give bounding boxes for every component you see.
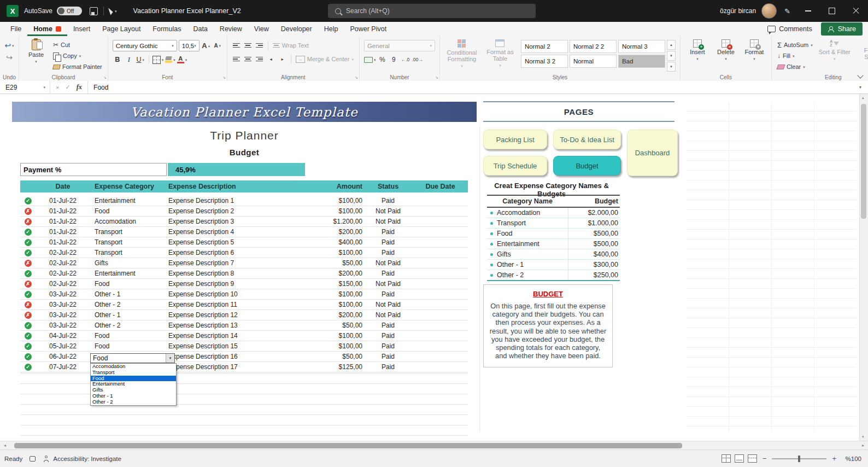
gallery-more-button[interactable]: ▾ xyxy=(667,62,676,72)
minimize-button[interactable] xyxy=(796,0,820,22)
horizontal-scrollbar[interactable]: ◂ ▸ xyxy=(0,441,868,450)
cell-description[interactable]: Expense Description 6 xyxy=(168,249,304,256)
avatar[interactable] xyxy=(761,3,777,19)
share-button[interactable]: Share xyxy=(821,22,863,36)
page-break-view-button[interactable] xyxy=(748,454,757,463)
cell-amount[interactable]: $150,00 xyxy=(304,280,363,288)
user-name[interactable]: özgür bircan xyxy=(720,7,756,15)
cut-button[interactable]: ✂Cut xyxy=(52,40,103,50)
cell-category[interactable]: Gifts xyxy=(90,259,168,267)
cell-status[interactable]: Paid xyxy=(363,322,413,329)
column-header-expense-description[interactable]: Expense Description xyxy=(168,183,304,190)
cell-description[interactable]: Expense Description 15 xyxy=(168,342,304,350)
cell-description[interactable]: Expense Description 4 xyxy=(168,228,304,236)
cell-category[interactable]: Food xyxy=(90,332,168,340)
scroll-down-icon[interactable]: ▾ xyxy=(862,435,864,439)
cell-date[interactable]: 03-Jul-22 xyxy=(36,290,90,298)
dropdown-option-other-2[interactable]: Other - 2 xyxy=(91,399,176,405)
cell-description[interactable]: Expense Description 14 xyxy=(168,332,304,340)
increase-decimal-button[interactable]: ←.0 xyxy=(400,54,410,65)
zoom-slider[interactable] xyxy=(772,458,826,459)
cell-date[interactable]: 02-Jul-22 xyxy=(36,259,90,267)
scroll-up-icon[interactable]: ▴ xyxy=(862,96,864,100)
column-header-due-date[interactable]: Due Date xyxy=(413,183,468,190)
tab-home[interactable]: Home xyxy=(27,22,67,36)
cell-category[interactable]: Food xyxy=(90,207,168,215)
maximize-button[interactable] xyxy=(820,0,844,22)
cell-style-bad[interactable]: Bad xyxy=(618,55,665,68)
column-header-amount[interactable]: Amount xyxy=(304,183,363,190)
align-left-button[interactable] xyxy=(232,54,242,65)
empty-grid-area[interactable] xyxy=(687,102,856,432)
cell-amount[interactable]: $100,00 xyxy=(304,290,363,298)
category-name[interactable]: Food xyxy=(487,230,568,237)
cell-amount[interactable]: $400,00 xyxy=(304,238,363,246)
cell-status[interactable]: Paid xyxy=(363,238,413,246)
font-size-select[interactable]: 10,5▾ xyxy=(179,40,200,51)
find-select-button[interactable]: Find & Select ▾ xyxy=(855,37,868,72)
italic-button[interactable]: I xyxy=(124,54,134,65)
empty-row[interactable] xyxy=(20,384,468,394)
redo-button[interactable]: ↪ xyxy=(4,52,14,63)
cell-status[interactable]: Paid xyxy=(363,332,413,340)
cell-category[interactable]: Entertainment xyxy=(90,197,168,205)
tab-file[interactable]: File xyxy=(4,22,27,36)
category-name[interactable]: Entertainment xyxy=(487,240,568,248)
tab-formulas[interactable]: Formulas xyxy=(146,22,187,36)
column-header-expense-category[interactable]: Expense Category xyxy=(90,183,168,190)
delete-cells-button[interactable]: × Delete ▾ xyxy=(713,37,738,72)
sort-filter-button[interactable]: AZ Sort & Filter ▾ xyxy=(817,37,852,72)
zoom-in-button[interactable]: + xyxy=(832,454,836,463)
underline-button[interactable]: U▾ xyxy=(136,54,145,65)
page-button-dashboard[interactable]: Dashboard xyxy=(627,130,678,176)
cell-description[interactable]: Expense Description 7 xyxy=(168,259,304,267)
cancel-entry-icon[interactable]: × xyxy=(56,84,59,91)
empty-row[interactable] xyxy=(20,373,468,384)
fill-button[interactable]: ↓Fill▾ xyxy=(776,51,814,61)
cell-date[interactable]: 04-Jul-22 xyxy=(36,332,90,340)
gallery-down-button[interactable]: ▾ xyxy=(667,51,676,61)
cell-status[interactable]: Paid xyxy=(363,249,413,256)
category-dropdown[interactable]: Food ▾ xyxy=(90,353,175,363)
align-middle-button[interactable] xyxy=(243,40,253,51)
cell-category[interactable]: Other - 1 xyxy=(90,311,168,319)
font-color-button[interactable]: A▾ xyxy=(177,54,187,65)
formula-bar-expand-icon[interactable]: ▾ xyxy=(859,85,868,90)
cell-amount[interactable]: $100,00 xyxy=(304,332,363,340)
cell-amount[interactable]: $100,00 xyxy=(304,342,363,350)
align-center-button[interactable] xyxy=(243,54,253,65)
cell-description[interactable]: Expense Description 13 xyxy=(168,322,304,329)
vertical-scroll-thumb[interactable] xyxy=(861,104,866,219)
cell-category[interactable]: Food xyxy=(90,342,168,350)
page-button-todo-idea-list[interactable]: To-Do & Idea List xyxy=(553,130,621,149)
ribbon-collapse-button[interactable] xyxy=(858,73,863,78)
cell-status[interactable]: Not Paid xyxy=(363,259,413,267)
cell-date[interactable]: 01-Jul-22 xyxy=(36,218,90,225)
scroll-right-icon[interactable]: ▸ xyxy=(862,443,864,448)
normal-view-button[interactable] xyxy=(722,454,731,463)
clipboard-dialog-launcher[interactable]: ↘ xyxy=(103,75,107,80)
empty-row[interactable] xyxy=(20,415,468,425)
cell-amount[interactable]: $100,00 xyxy=(304,197,363,205)
cell-date[interactable]: 03-Jul-22 xyxy=(36,322,90,329)
category-name[interactable]: Other - 2 xyxy=(487,271,568,279)
category-budget[interactable]: $500,00 xyxy=(568,239,620,249)
column-header-status[interactable]: Status xyxy=(363,183,413,190)
accounting-format-button[interactable]: ▾ xyxy=(364,54,376,65)
cell-amount[interactable]: $50,00 xyxy=(304,259,363,267)
cell-date[interactable]: 03-Jul-22 xyxy=(36,301,90,308)
cell-amount[interactable]: $50,00 xyxy=(304,322,363,329)
cell-status[interactable]: Paid xyxy=(363,197,413,205)
vertical-scrollbar[interactable]: ▴ ▾ xyxy=(859,94,868,441)
category-budget[interactable]: $400,00 xyxy=(568,249,620,259)
cell-category[interactable]: Food xyxy=(90,280,168,288)
tab-page-layout[interactable]: Page Layout xyxy=(96,22,146,36)
zoom-slider-thumb[interactable] xyxy=(798,456,800,462)
cell-date[interactable]: 02-Jul-22 xyxy=(36,280,90,288)
cell-amount[interactable]: $50,00 xyxy=(304,353,363,360)
category-name[interactable]: Accomodation xyxy=(487,209,568,217)
cell-category[interactable]: Other - 1 xyxy=(90,290,168,298)
borders-button[interactable]: ▾ xyxy=(153,54,164,65)
cell-style-normal-3-2[interactable]: Normal 3 2 xyxy=(521,55,568,68)
tab-developer[interactable]: Developer xyxy=(275,22,318,36)
